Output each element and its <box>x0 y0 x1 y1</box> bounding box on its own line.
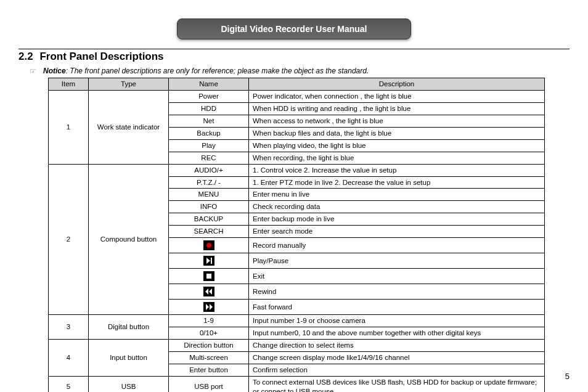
cell-description: 1. Enter PTZ mode in live 2. Decrease th… <box>249 176 545 189</box>
cell-item: 4 <box>49 340 89 377</box>
cell-type: USB <box>89 376 169 392</box>
cell-description: When backup files and data, the light is… <box>249 127 545 139</box>
cell-name: Play <box>169 139 249 152</box>
table-row: 5USBUSB portTo connect external USB devi… <box>49 376 545 392</box>
cell-name: Net <box>169 115 249 127</box>
cell-description: When playing video, the light is blue <box>249 139 545 152</box>
cell-name: INFO <box>169 201 249 213</box>
cell-item: 2 <box>49 164 89 315</box>
cell-name <box>169 300 249 315</box>
col-item: Item <box>49 78 89 91</box>
stop-icon <box>203 271 214 281</box>
rec-icon <box>203 240 214 250</box>
cell-description: Confirm selection <box>249 364 545 376</box>
cell-name: 0/10+ <box>169 327 249 340</box>
cell-name: Enter button <box>169 364 249 376</box>
cell-name: HDD <box>169 102 249 115</box>
cell-description: Enter menu in live <box>249 189 545 201</box>
cell-name: Power <box>169 90 249 102</box>
cell-description: To connect external USB devices like USB… <box>249 376 545 392</box>
cell-description: When access to network , the light is bl… <box>249 115 545 127</box>
play-icon <box>203 256 214 266</box>
cell-item: 5 <box>49 376 89 392</box>
cell-name: REC <box>169 152 249 164</box>
col-name: Name <box>169 78 249 91</box>
cell-name: P.T.Z./ - <box>169 176 249 189</box>
table-row: 2Compound buttonAUDIO/+1. Control voice … <box>49 164 545 176</box>
cell-description: Change screen display mode like1/4/9/16 … <box>249 352 545 364</box>
page-number: 5 <box>565 372 570 381</box>
table-row: 4Input buttonDirection buttonChange dire… <box>49 340 545 352</box>
cell-description: Fast forward <box>249 300 545 315</box>
cell-name <box>169 269 249 284</box>
cell-item: 1 <box>49 90 89 164</box>
cell-description: Enter search mode <box>249 226 545 238</box>
cell-name: Direction button <box>169 340 249 352</box>
section-title-text: Front Panel Descriptions <box>39 51 163 62</box>
table-row: 1Work state indicatorPowerPower indicato… <box>49 90 545 102</box>
cell-name <box>169 238 249 253</box>
cell-description: Change direction to select items <box>249 340 545 352</box>
cell-type: Digital button <box>89 315 169 340</box>
ffw-icon <box>203 302 214 312</box>
cell-type: Work state indicator <box>89 90 169 164</box>
cell-description: Input number 1-9 or choose camera <box>249 315 545 327</box>
cell-name: USB port <box>169 376 249 392</box>
notice-label: Notice <box>43 67 66 75</box>
section-number: 2.2 <box>18 51 33 62</box>
cell-name: Multi-screen <box>169 352 249 364</box>
cell-name: AUDIO/+ <box>169 164 249 176</box>
table-row: 3Digital button1-9Input number 1-9 or ch… <box>49 315 545 327</box>
cell-item: 3 <box>49 315 89 340</box>
notice-text: : The front panel descriptions are only … <box>66 67 369 75</box>
cell-description: Power indicator, when connection , the l… <box>249 90 545 102</box>
cell-name: BACKUP <box>169 213 249 226</box>
cell-name: Backup <box>169 127 249 139</box>
cell-description: When recording, the light is blue <box>249 152 545 164</box>
section-heading: 2.2 Front Panel Descriptions <box>18 51 570 63</box>
cell-type: Compound button <box>89 164 169 315</box>
manual-title-badge: Digital Video Recorder User Manual <box>177 18 411 39</box>
cell-description: Record manually <box>249 238 545 253</box>
cell-description: Rewind <box>249 284 545 300</box>
cell-name: MENU <box>169 189 249 201</box>
cell-description: Check recording data <box>249 201 545 213</box>
col-type: Type <box>89 78 169 91</box>
cell-name <box>169 284 249 300</box>
cell-name: 1-9 <box>169 315 249 327</box>
cell-type: Input button <box>89 340 169 377</box>
pointer-icon: ☞ <box>30 67 36 75</box>
front-panel-table: Item Type Name Description 1Work state i… <box>48 78 545 392</box>
cell-description: Input number0, 10 and the above number t… <box>249 327 545 340</box>
table-header-row: Item Type Name Description <box>49 78 545 91</box>
cell-name <box>169 253 249 269</box>
col-description: Description <box>249 78 545 91</box>
rew-icon <box>203 287 214 296</box>
cell-description: Play/Pause <box>249 253 545 269</box>
section-divider <box>18 49 570 49</box>
cell-name: SEARCH <box>169 226 249 238</box>
cell-description: Enter backup mode in live <box>249 213 545 226</box>
cell-description: Exit <box>249 269 545 284</box>
cell-description: 1. Control voice 2. Increase the value i… <box>249 164 545 176</box>
notice-line: ☞ Notice: The front panel descriptions a… <box>43 67 570 75</box>
cell-description: When HDD is writing and reading , the li… <box>249 102 545 115</box>
